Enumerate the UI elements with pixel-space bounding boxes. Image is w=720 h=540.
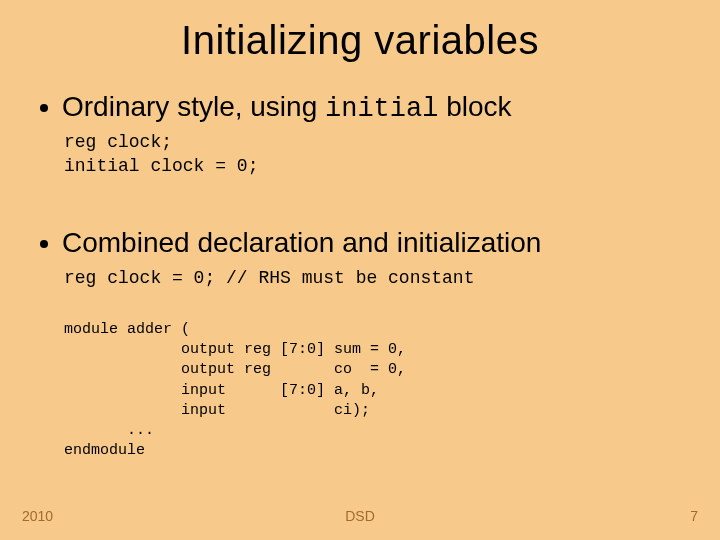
code-block-2: reg clock = 0; // RHS must be constant — [64, 266, 680, 290]
bullet-pre: Ordinary style, using — [62, 91, 325, 122]
footer-course: DSD — [0, 508, 720, 524]
slide-title: Initializing variables — [0, 0, 720, 63]
footer-page-number: 7 — [690, 508, 698, 524]
bullet-pre: Combined declaration and initialization — [62, 227, 541, 258]
bullet-post: block — [438, 91, 511, 122]
bullet-item: Combined declaration and initialization — [40, 227, 680, 260]
bullet-dot-icon — [40, 104, 48, 112]
bullet-mono: initial — [325, 94, 438, 124]
code-block-3: module adder ( output reg [7:0] sum = 0,… — [64, 320, 680, 462]
slide-content: Ordinary style, using initial block reg … — [0, 63, 720, 462]
slide: Initializing variables Ordinary style, u… — [0, 0, 720, 540]
bullet-text: Ordinary style, using initial block — [62, 91, 512, 124]
bullet-item: Ordinary style, using initial block — [40, 91, 680, 124]
bullet-text: Combined declaration and initialization — [62, 227, 541, 260]
bullet-dot-icon — [40, 240, 48, 248]
code-block-1: reg clock; initial clock = 0; — [64, 130, 680, 179]
